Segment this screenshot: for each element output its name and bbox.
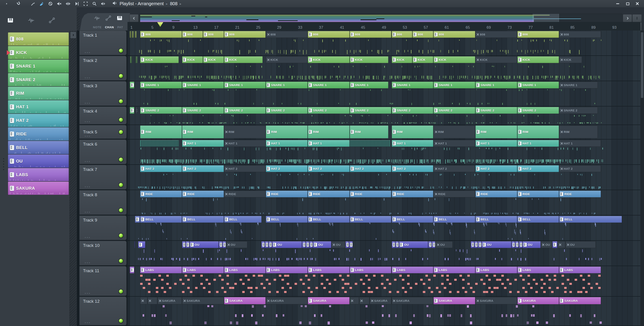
clip-ou-muted[interactable]: OU bbox=[226, 241, 247, 248]
clip-808-muted[interactable]: 808 bbox=[476, 31, 517, 38]
clip-kick[interactable]: KICK bbox=[518, 56, 559, 63]
track-header-6[interactable]: Track 6 bbox=[80, 139, 126, 164]
clip-rim[interactable]: RIM bbox=[266, 125, 308, 138]
clip-ou[interactable] bbox=[346, 241, 349, 248]
clip-ou[interactable] bbox=[471, 241, 474, 248]
clip-ou-muted[interactable]: OU bbox=[332, 241, 346, 248]
pattern-item-hat-1[interactable]: HAT 1 bbox=[8, 100, 69, 113]
clip-snare-1[interactable]: SNARE 1 bbox=[350, 82, 388, 88]
clip-snare-1[interactable]: SNARE 1 bbox=[266, 82, 308, 88]
clip-kick-muted[interactable]: KICK bbox=[266, 56, 308, 63]
clip-808[interactable] bbox=[136, 31, 136, 38]
piano-icon[interactable] bbox=[116, 15, 123, 22]
paint-tool-icon[interactable] bbox=[38, 1, 45, 7]
clip-snare-2[interactable]: SNARE 2 bbox=[182, 107, 224, 114]
clip-hat-2[interactable]: HAT 2 bbox=[308, 165, 350, 172]
clip-hat-2[interactable]: HAT 2 bbox=[476, 165, 517, 172]
clip-snare-1[interactable]: SNARE 1 bbox=[308, 82, 350, 88]
zoom-tool-icon[interactable] bbox=[91, 1, 98, 7]
clip-808[interactable]: 808 bbox=[182, 31, 203, 38]
scroll-left-button[interactable] bbox=[129, 14, 138, 22]
clip-snare-2[interactable]: SNARE 2 bbox=[518, 107, 559, 114]
snap-magnet-icon[interactable] bbox=[15, 1, 22, 7]
clip-snare-1[interactable]: SNARE 1 bbox=[518, 82, 559, 88]
track-enable-led[interactable] bbox=[118, 183, 124, 188]
clip-snare-2[interactable] bbox=[130, 107, 134, 114]
pattern-item-ou[interactable]: OU bbox=[8, 154, 69, 168]
clip-labs[interactable]: LABS bbox=[182, 267, 224, 273]
clip-bell[interactable]: BELL bbox=[434, 216, 475, 223]
clip-labs[interactable]: LABS bbox=[392, 267, 434, 273]
pattern-item-hat-2[interactable]: HAT 2 bbox=[8, 114, 69, 127]
clip-808[interactable]: 808 bbox=[434, 31, 475, 38]
track-lane-12[interactable]: SAKURASAKURASAKURASAKURASAKURASAKURASAKU… bbox=[128, 297, 640, 326]
select-tool-icon[interactable] bbox=[82, 1, 89, 7]
clip-bell[interactable]: BELL bbox=[224, 216, 262, 223]
clip-808[interactable]: 808 bbox=[308, 31, 350, 38]
clip-ou[interactable] bbox=[432, 241, 435, 248]
mute-tool-icon[interactable] bbox=[56, 1, 62, 7]
close-button[interactable] bbox=[636, 2, 639, 6]
track-enable-led[interactable] bbox=[118, 157, 124, 162]
clip-ride[interactable]: RIDE bbox=[518, 191, 559, 197]
clip-ou[interactable] bbox=[302, 241, 306, 248]
clip-sakura[interactable]: SAKURA bbox=[308, 297, 350, 304]
track-header-9[interactable]: Track 9 bbox=[80, 215, 126, 240]
clip-ou[interactable] bbox=[349, 241, 352, 248]
clip-kick[interactable]: KICK bbox=[203, 56, 224, 63]
pattern-item-bell[interactable]: BELL bbox=[8, 141, 69, 154]
clip-hat-2[interactable]: HAT 2 bbox=[350, 165, 392, 172]
clip-808[interactable]: 808 bbox=[203, 31, 224, 38]
clip-rim[interactable]: RIM bbox=[392, 125, 434, 138]
scrollbar-thumb[interactable] bbox=[641, 32, 643, 98]
clip-labs[interactable]: LABS bbox=[518, 267, 559, 273]
clip-rim-muted[interactable]: RIM bbox=[559, 125, 598, 138]
pattern-item-labs[interactable]: LABS bbox=[8, 168, 69, 181]
mode-note[interactable]: NOTE bbox=[93, 26, 102, 29]
clip-hat-1[interactable]: HAT 1 bbox=[308, 140, 350, 147]
track-lane-10[interactable]: OUOUOUOUOUOUOUOUOUOUOU bbox=[128, 241, 640, 266]
track-lane-7[interactable]: HAT 2HAT 2HAT 2HAT 2HAT 2HAT 2HAT 2HAT 2… bbox=[128, 165, 640, 190]
clip-bell[interactable]: BELL bbox=[308, 216, 350, 223]
clip-snare-2[interactable]: SNARE 2 bbox=[476, 107, 517, 114]
clip-ou-muted[interactable]: OU bbox=[566, 241, 596, 248]
track-header-7[interactable]: Track 7 bbox=[80, 165, 126, 190]
clip-bell[interactable]: BELL bbox=[392, 216, 434, 223]
track-enable-led[interactable] bbox=[118, 258, 124, 263]
overview-view-window[interactable] bbox=[533, 14, 559, 22]
clip-hat-2-muted[interactable]: HAT 2 bbox=[559, 165, 601, 172]
clip-snare-2[interactable]: SNARE 2 bbox=[266, 107, 308, 114]
clip-hat-1[interactable]: HAT 1 bbox=[266, 140, 308, 147]
track-lane-8[interactable]: RIDERIDERIDERIDERIDERIDERIDERIDERIDERIDE… bbox=[128, 190, 640, 215]
mode-pat[interactable]: PAT bbox=[117, 26, 123, 29]
clip-sakura[interactable]: SAKURA bbox=[434, 297, 475, 304]
clip-ou-muted[interactable]: OU bbox=[541, 241, 552, 248]
clip-sakura[interactable]: SAKURA bbox=[518, 297, 559, 304]
clip-sakura-muted[interactable]: SAKURA bbox=[370, 297, 391, 304]
track-header-8[interactable]: Track 8 bbox=[80, 190, 126, 215]
clip-ou[interactable] bbox=[268, 241, 272, 248]
playlist-overview-scrollbar[interactable] bbox=[139, 14, 622, 22]
clip-ou[interactable]: OU bbox=[399, 241, 428, 248]
clip-ou[interactable] bbox=[222, 241, 226, 248]
clip-snare-2[interactable]: SNARE 2 bbox=[350, 107, 392, 114]
clip-808[interactable] bbox=[133, 31, 134, 38]
clip-snare-2[interactable]: SNARE 2 bbox=[434, 107, 475, 114]
clip-hat-2[interactable]: HAT 2 bbox=[182, 165, 224, 172]
clip-ou[interactable] bbox=[309, 241, 313, 248]
clip-labs[interactable]: LABS bbox=[434, 267, 475, 273]
clip-snare-1[interactable]: SNARE 1 bbox=[182, 82, 224, 88]
clip-kick[interactable] bbox=[136, 56, 137, 63]
clip-ride[interactable]: RIDE bbox=[350, 191, 392, 197]
clip-rim[interactable]: RIM bbox=[476, 125, 517, 138]
clip-808[interactable] bbox=[130, 31, 130, 38]
clip-snare-2-muted[interactable]: SNARE 2 bbox=[559, 107, 598, 114]
clip-ou[interactable] bbox=[182, 241, 186, 248]
clip-labs[interactable]: LABS bbox=[140, 267, 182, 273]
pattern-item-kick[interactable]: KICK bbox=[8, 46, 69, 59]
clip-808[interactable] bbox=[135, 31, 136, 38]
clip-ou[interactable]: OU bbox=[272, 241, 302, 248]
menu-arrow-icon[interactable] bbox=[3, 1, 10, 7]
scrollbar-thumb[interactable] bbox=[70, 32, 76, 38]
clip-hat-2[interactable]: HAT 2 bbox=[518, 165, 559, 172]
